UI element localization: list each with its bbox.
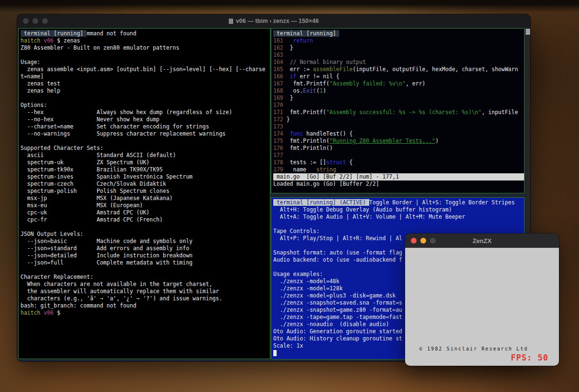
zenzx-window-title: ZenZX — [405, 237, 559, 244]
terminal-line: --no-warnings Suppress character replace… — [21, 130, 270, 138]
terminal-line: --charset=name Set character encoding fo… — [21, 123, 270, 130]
terminal-line — [21, 138, 270, 145]
terminal-line: msx-jp MSX (Japanese Katakana) — [21, 195, 270, 202]
line-number: 167 — [273, 80, 287, 87]
terminal-line: cpc-fr Amstrad CPC (French) — [21, 216, 270, 223]
pane-editor-tab: terminal [running] — [273, 30, 339, 37]
line-number: 164 — [273, 59, 287, 65]
terminal-line: Options: — [21, 102, 270, 109]
scrollbar-thumb[interactable] — [525, 29, 530, 35]
editor-message-line: Loaded main.go (Go) [Buffer 2/2] — [273, 180, 524, 188]
line-number: 172 — [273, 116, 287, 123]
zenzx-screen: © 1982 Sinclair Research Ltd FPS: 50 — [405, 248, 559, 366]
terminal-line: --hex Always show hex dump (regardless o… — [21, 109, 270, 116]
terminal-line: msx-eu MSX (European) — [21, 202, 270, 209]
zenzx-fps-counter: FPS: 50 — [511, 353, 548, 362]
line-number: 161 — [273, 37, 287, 44]
terminal-line: bash: git_branch: command not found — [21, 302, 270, 309]
pane-editor-header-line: terminal [running] — [273, 30, 524, 37]
terminal-line: 178 tests := []struct { — [273, 159, 524, 166]
line-number: 166 — [273, 73, 287, 80]
pane-shell-header-suffix: mmand not found — [86, 30, 136, 37]
terminal-line: JSON Output Levels: — [21, 231, 270, 238]
terminal-line: 168 os.Exit(1) — [273, 87, 524, 95]
terminal-line: haitch v06 $ zenas — [21, 37, 270, 44]
terminal-line: 174 func handleTest() { — [273, 130, 524, 138]
terminal-line: 175 fmt.Println("Running Z80 Assembler T… — [273, 138, 524, 145]
terminal-line: Character Replacement: — [21, 274, 270, 281]
window-title: v06 — tbim › zenzx — 150×46 — [17, 18, 530, 24]
line-number: 179 — [273, 166, 287, 173]
terminal-line: zenas test — [21, 80, 270, 87]
terminal-line: spectrum-inves Spanish Investrónica Spec… — [21, 173, 270, 180]
terminal-line: ascii Standard ASCII (default) — [21, 152, 270, 159]
terminal-line: Supported Character Sets: — [21, 145, 270, 152]
terminal-line: 176 fmt.Println() — [273, 145, 524, 152]
line-number: 163 — [273, 52, 287, 58]
pane-emulator-header-suffix: Toggle Border | Alt+S: Toggle Border Str… — [369, 199, 515, 206]
terminal-titlebar[interactable]: v06 — tbim › zenzx — 150×46 — [17, 14, 530, 28]
terminal-line: When characters are not available in the… — [21, 281, 270, 288]
terminal-line: 177 — [273, 152, 524, 159]
pane-emulator-tab: terminal [running] (ACTIVE) — [273, 199, 369, 206]
line-number: 165 — [273, 66, 287, 73]
line-number: 170 — [273, 102, 287, 108]
line-number: 175 — [273, 138, 287, 144]
terminal-line: 170 — [273, 102, 524, 109]
zenzx-titlebar[interactable]: ZenZX — [405, 233, 559, 248]
terminal-line — [21, 223, 270, 231]
terminal-line: zenas help — [21, 87, 270, 95]
terminal-line — [21, 266, 270, 274]
terminal-line: haitch v06 $ — [21, 309, 270, 317]
window-title-text: v06 — tbim › zenzx — 150×46 — [236, 18, 319, 24]
line-number: 162 — [273, 44, 287, 51]
terminal-line — [273, 221, 524, 228]
line-number: 171 — [273, 109, 287, 116]
terminal-line: Usage: — [21, 59, 270, 66]
terminal-line: --json=basic Machine code and symbols on… — [21, 238, 270, 245]
terminal-line: spectrum-uk ZX Spectrum (UK) — [21, 159, 270, 166]
terminal-line: --json=full Complete metadata with timin… — [21, 259, 270, 266]
terminal-line: t=name] — [21, 73, 270, 80]
terminal-line: the assembler will automatically replace… — [21, 288, 270, 295]
terminal-line: characters (e.g., 'ã' → 'a', '¿' → '?') … — [21, 295, 270, 302]
terminal-line: Z80 Assembler - Built on zen80 emulator … — [21, 44, 270, 52]
zenzx-window: ZenZX © 1982 Sinclair Research Ltd FPS: … — [405, 233, 559, 366]
pane-shell-tab: terminal [running] — [21, 30, 86, 37]
terminal-line: 167 fmt.Printf("Assembly failed: %v\n", … — [273, 80, 524, 87]
terminal-line: 169 } — [273, 95, 524, 102]
terminal-line: zenas assemble <input.asm> [output.bin] … — [21, 66, 270, 73]
terminal-line: 164 // Normal binary output — [273, 59, 524, 66]
pane-shell-header-line: terminal [running] mmand not found — [21, 30, 270, 37]
document-icon — [229, 19, 233, 24]
terminal-line: 173 — [273, 123, 524, 130]
terminal-cursor — [273, 350, 277, 356]
terminal-line: spectrum-polish Polish Spectrum clones — [21, 188, 270, 195]
terminal-line: spectrum-tk90x Brazilian TK90X/TK95 — [21, 166, 270, 173]
terminal-line: 179 name string — [273, 166, 524, 173]
editor-status-bar: main.go [Go] [Buf 2/2] [num] - 177,1 — [273, 173, 524, 180]
terminal-line: --no-hex Never show hex dump — [21, 116, 270, 123]
terminal-line: spectrum-czech Czech/Slovak Didaktik — [21, 180, 270, 188]
terminal-line: cpc-uk Amstrad CPC (UK) — [21, 209, 270, 216]
terminal-line — [21, 95, 270, 102]
pane-editor[interactable]: terminal [running] 161 return162 }163 16… — [271, 28, 525, 193]
terminal-line: 172 } — [273, 116, 524, 123]
terminal-line: 165 err := assembleFile(inputFile, outpu… — [273, 66, 524, 73]
terminal-line: --json=detailed Include instruction brea… — [21, 252, 270, 259]
terminal-line: 171 fmt.Printf("Assembly successful: %s … — [273, 109, 524, 116]
pane-emulator-header-line: terminal [running] (ACTIVE) Toggle Borde… — [273, 199, 524, 206]
line-number: 177 — [273, 152, 287, 159]
line-number: 176 — [273, 145, 287, 151]
terminal-line: 166 if err != nil { — [273, 73, 524, 80]
line-number: 168 — [273, 87, 287, 94]
terminal-line: Alt+A: Toggle Audio | Alt+V: Volume | Al… — [273, 213, 524, 221]
terminal-line: 162 } — [273, 44, 524, 52]
zenzx-copyright-text: © 1982 Sinclair Research Ltd — [419, 346, 528, 351]
line-number: 173 — [273, 123, 287, 130]
terminal-line: 161 return — [273, 37, 524, 44]
line-number: 169 — [273, 95, 287, 101]
pane-shell[interactable]: terminal [running] mmand not found haitc… — [18, 28, 270, 359]
terminal-line — [21, 52, 270, 59]
terminal-line: 163 — [273, 52, 524, 59]
